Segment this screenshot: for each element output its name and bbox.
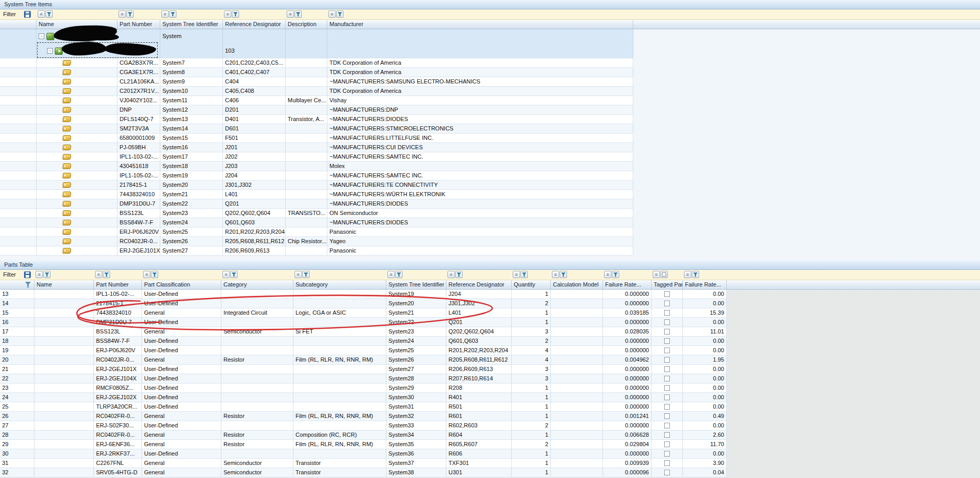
column-filter-button[interactable] (151, 271, 158, 278)
parts-column-header-calc_model[interactable]: Calculation Model (551, 280, 603, 289)
column-filter-button[interactable] (612, 271, 619, 278)
parts-row[interactable]: 27ERJ-S02F30...User-DefinedSystem33R602,… (0, 421, 727, 431)
tagged-checkbox[interactable] (664, 376, 670, 381)
column-menu-button[interactable]: ≡ (119, 10, 126, 18)
tree-column-header-sti[interactable]: System Tree Identifier (160, 20, 223, 29)
tree-part-row[interactable]: 65800001009System15F501~MANUFACTURERS:LI… (0, 134, 633, 143)
column-checkbox-filter-button[interactable] (660, 271, 668, 278)
column-filter-button[interactable] (230, 271, 238, 278)
parts-column-header-category[interactable]: Category (221, 280, 293, 289)
column-menu-button[interactable]: ≡ (653, 271, 660, 278)
tree-part-row[interactable]: DMP31D0U-7System22Q201~MANUFACTURERS:DIO… (0, 199, 633, 209)
tagged-checkbox[interactable] (664, 404, 670, 410)
parts-column-header-subcategory[interactable]: Subcategory (293, 280, 386, 289)
tagged-checkbox[interactable] (664, 423, 670, 428)
tree-part-row[interactable]: IPL1-105-02-...System19J204~MANUFACTURER… (0, 171, 633, 181)
parts-row[interactable]: 28RC0402FR-0...GeneralResistorCompositio… (0, 431, 727, 440)
column-menu-button[interactable]: ≡ (447, 271, 455, 278)
tagged-checkbox[interactable] (664, 413, 670, 419)
column-menu-button[interactable]: ≡ (95, 271, 102, 278)
column-filter-button[interactable] (302, 271, 310, 278)
column-menu-button[interactable]: ≡ (513, 271, 520, 278)
parts-column-header-fr2[interactable]: Failure Rate... (683, 280, 727, 289)
parts-row[interactable]: 23RMCF0805Z...User-DefinedSystem29R20810… (0, 384, 727, 393)
column-menu-button[interactable]: ≡ (161, 10, 169, 18)
parts-row[interactable]: 24ERJ-2GEJ102XUser-DefinedSystem30R40110… (0, 393, 727, 402)
parts-column-header-classification[interactable]: Part Classification (142, 280, 221, 289)
tagged-checkbox[interactable] (664, 451, 670, 457)
tree-part-row[interactable]: 2178415-1System20J301,J302~MANUFACTURERS… (0, 181, 633, 190)
parts-column-header-num[interactable] (0, 280, 34, 289)
column-filter-button[interactable] (395, 271, 403, 278)
parts-row[interactable]: 21ERJ-2GEJ101XUser-DefinedSystem27R206,R… (0, 365, 727, 374)
parts-row[interactable]: 16DMP31D0U-7User-DefinedSystem22Q20110.0… (0, 318, 727, 327)
parts-column-header-tagged[interactable]: Tagged Part? (652, 280, 683, 289)
column-menu-button[interactable]: ≡ (684, 271, 691, 278)
tree-part-row[interactable]: BSS84W-7-FSystem24Q601,Q603~MANUFACTURER… (0, 218, 633, 228)
save-filter-icon[interactable] (24, 271, 31, 278)
tree-part-row[interactable]: BSS123LSystem23Q202,Q602,Q604TRANSISTO..… (0, 209, 633, 218)
tree-root-row[interactable]: -System (0, 29, 633, 44)
column-filter-button[interactable] (521, 271, 528, 278)
column-menu-button[interactable]: ≡ (222, 271, 230, 278)
tree-part-row[interactable]: CGA2B3X7R...System7C201,C202,C403,C5...T… (0, 58, 633, 68)
parts-row[interactable]: 30ERJ-2RKF37...User-DefinedSystem36R6061… (0, 449, 727, 459)
tagged-checkbox[interactable] (664, 366, 670, 372)
column-filter-button[interactable] (294, 10, 302, 18)
tagged-checkbox[interactable] (664, 357, 670, 363)
tagged-checkbox[interactable] (664, 301, 670, 306)
tagged-checkbox[interactable] (664, 319, 670, 325)
tagged-checkbox[interactable] (664, 348, 670, 353)
tagged-checkbox[interactable] (664, 385, 670, 391)
parts-row[interactable]: 19ERJ-P06J620VUser-DefinedSystem25R201,R… (0, 346, 727, 355)
column-menu-button[interactable]: ≡ (38, 10, 45, 18)
tree-part-row[interactable]: PJ-059BHSystem16J201~MANUFACTURERS:CUI D… (0, 143, 633, 152)
parts-row[interactable]: 22ERJ-2GEJ104XUser-DefinedSystem28R207,R… (0, 374, 727, 384)
tree-column-header-manufacturer[interactable]: Manufacturer (327, 20, 633, 29)
tree-part-row[interactable]: 74438324010System21L401~MANUFACTURERS:WÜ… (0, 190, 633, 199)
parts-row[interactable]: 17BSS123LGeneralSemiconductorSi FETSyste… (0, 327, 727, 337)
tree-part-row[interactable]: DFLS140Q-7System13D401Transistor, A...~M… (0, 115, 633, 124)
column-filter-button[interactable] (169, 10, 176, 18)
tree-part-row[interactable]: CL21A106KA...System9C404~MANUFACTURERS:S… (0, 77, 633, 87)
tree-part-row[interactable]: ERJ-P06J620VSystem25R201,R202,R203,R204P… (0, 228, 633, 237)
tree-column-header-part_number[interactable]: Part Number (117, 20, 160, 29)
column-filter-button[interactable] (126, 10, 134, 18)
tree-column-header-ref_des[interactable]: Reference Designator (223, 20, 286, 29)
tree-column-header-description[interactable]: Description (286, 20, 327, 29)
parts-row[interactable]: 13IPL1-105-02-...User-DefinedSystem19J20… (0, 290, 727, 299)
parts-row[interactable]: 20RC0402JR-0...GeneralResistorFilm (RL, … (0, 355, 727, 365)
tagged-checkbox[interactable] (664, 395, 670, 400)
tagged-checkbox[interactable] (664, 470, 670, 475)
tagged-checkbox[interactable] (664, 460, 670, 466)
column-menu-button[interactable]: ≡ (552, 271, 559, 278)
save-filter-icon[interactable] (24, 11, 31, 18)
column-menu-button[interactable]: ≡ (36, 271, 43, 278)
column-filter-button[interactable] (692, 271, 699, 278)
column-filter-button[interactable] (103, 271, 110, 278)
tagged-checkbox[interactable] (664, 310, 670, 316)
parts-row[interactable]: 18BSS84W-7-FUser-DefinedSystem24Q601,Q60… (0, 337, 727, 346)
column-filter-button[interactable] (45, 10, 53, 18)
parts-column-header-qty[interactable]: Quantity (512, 280, 551, 289)
column-menu-button[interactable]: ≡ (224, 10, 231, 18)
tree-collapse-button[interactable]: - (39, 33, 44, 39)
column-menu-button[interactable]: ≡ (328, 10, 336, 18)
tree-child-row[interactable]: -103 (0, 44, 633, 58)
parts-row[interactable]: 29ERJ-6ENF36...GeneralResistorFilm (RL, … (0, 440, 727, 449)
column-filter-button[interactable] (232, 10, 239, 18)
column-menu-button[interactable]: ≡ (287, 10, 294, 18)
parts-row[interactable]: 31C2267FNLGeneralSemiconductorTransistor… (0, 459, 727, 468)
tagged-checkbox[interactable] (664, 329, 670, 334)
tagged-checkbox[interactable] (664, 338, 670, 344)
tree-part-row[interactable]: ERJ-2GEJ101XSystem27R206,R609,R613Panaso… (0, 246, 633, 256)
parts-column-header-name[interactable]: Name (34, 280, 94, 289)
tagged-checkbox[interactable] (664, 441, 670, 447)
column-filter-button[interactable] (560, 271, 567, 278)
column-filter-button[interactable] (43, 271, 51, 278)
tree-part-row[interactable]: SM2T3V3ASystem14D601~MANUFACTURERS:STMIC… (0, 124, 633, 134)
parts-column-header-sti[interactable]: System Tree Identifier (386, 280, 446, 289)
tree-part-row[interactable]: VJ0402Y102...System11C406Multilayer Ce..… (0, 96, 633, 105)
column-menu-button[interactable]: ≡ (387, 271, 395, 278)
tree-part-row[interactable]: CGA3E1X7R...System8C401,C402,C407TDK Cor… (0, 68, 633, 77)
